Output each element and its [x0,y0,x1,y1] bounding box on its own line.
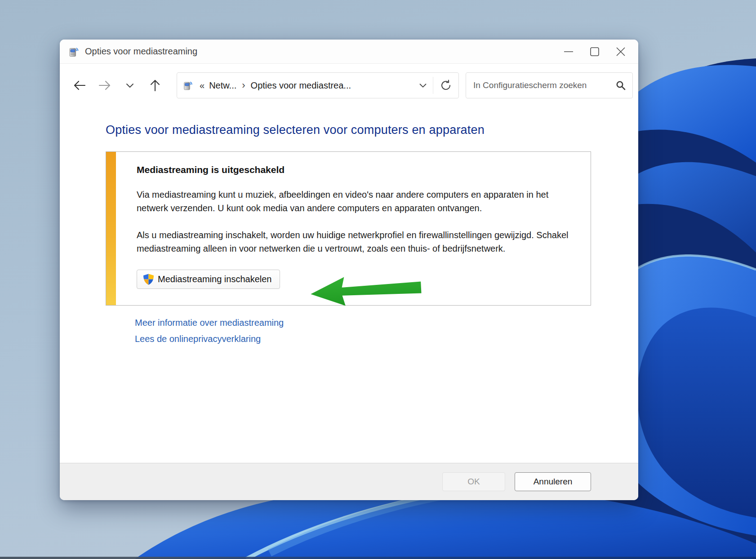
maximize-button[interactable] [582,42,608,61]
recent-locations-button[interactable] [121,76,139,94]
address-bar[interactable]: « Netw... › Opties voor mediastrea... [177,72,459,98]
window-title: Opties voor mediastreaming [85,46,556,57]
titlebar[interactable]: Opties voor mediastreaming [60,40,638,64]
enable-button-label: Mediastreaming inschakelen [158,274,271,284]
cancel-button[interactable]: Annuleren [515,472,591,491]
address-location-icon [182,79,194,92]
search-box[interactable] [466,72,633,98]
close-button[interactable] [608,42,634,61]
panel-paragraph: Via mediastreaming kunt u muziek, afbeel… [137,188,577,215]
control-panel-window: Opties voor mediastreaming [60,40,638,500]
breadcrumb-separator-icon: › [237,80,249,91]
panel-paragraph: Als u mediastreaming inschakelt, worden … [137,228,577,255]
forward-arrow-icon [97,78,112,93]
navigation-bar: « Netw... › Opties voor mediastrea... [60,64,638,107]
panel-accent-bar [106,152,116,305]
up-arrow-icon [147,78,163,93]
footer-bar: OK Annuleren [60,463,638,500]
uac-shield-icon [142,273,155,285]
maximize-icon [589,46,600,57]
search-input[interactable] [473,80,615,90]
media-streaming-icon [68,45,80,58]
help-links: Meer informatie over mediastreaming Lees… [106,315,638,347]
close-icon [615,46,626,57]
desktop: Opties voor mediastreaming [0,0,756,559]
chevron-down-icon [418,80,428,91]
breadcrumb-overflow-icon[interactable]: « [199,80,208,91]
link-privacy-statement[interactable]: Lees de onlineprivacyverklaring [135,331,261,347]
ok-button[interactable]: OK [442,472,505,491]
breadcrumb-item-current[interactable]: Opties voor mediastrea... [250,79,352,93]
back-button[interactable] [71,76,89,94]
back-arrow-icon [72,78,87,93]
search-icon[interactable] [615,80,626,91]
main-content: Opties voor mediastreaming selecteren vo… [60,107,638,463]
refresh-button[interactable] [433,76,458,94]
chevron-down-icon [124,80,136,91]
refresh-icon [440,79,452,92]
page-title: Opties voor mediastreaming selecteren vo… [106,123,638,137]
breadcrumb-item-network[interactable]: Netw... [208,79,237,93]
up-button[interactable] [146,76,164,94]
screen-bottom-edge [0,557,756,559]
minimize-icon [563,46,574,57]
green-arrow-annotation [309,272,422,309]
link-more-info[interactable]: Meer informatie over mediastreaming [135,315,284,331]
panel-heading: Mediastreaming is uitgeschakeld [137,164,577,175]
address-dropdown-button[interactable] [413,76,433,94]
forward-button[interactable] [96,76,114,94]
minimize-button[interactable] [556,42,582,61]
enable-media-streaming-button[interactable]: Mediastreaming inschakelen [137,270,280,289]
